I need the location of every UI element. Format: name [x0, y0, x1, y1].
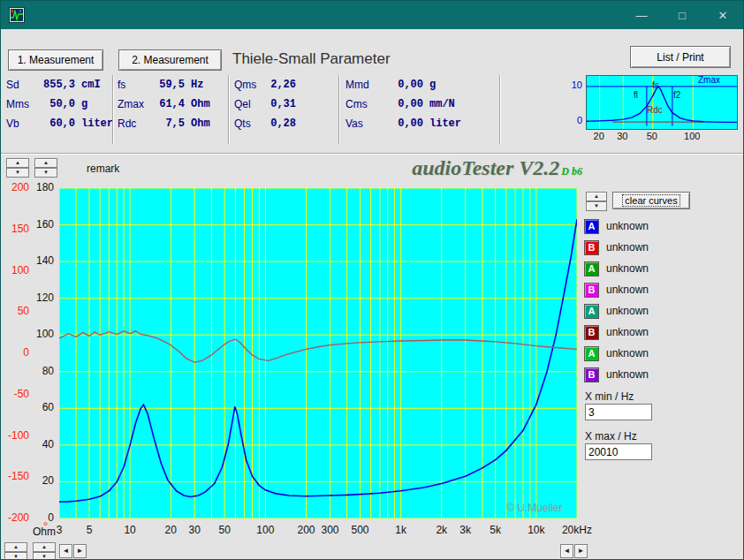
legend-item[interactable]: Aunknown — [584, 217, 649, 235]
rdc-label: Rdc — [647, 106, 663, 115]
close-icon[interactable]: ✕ — [702, 1, 743, 29]
scroll-right-icon[interactable]: ► — [73, 544, 87, 558]
scroll-left-icon[interactable]: ◄ — [59, 544, 72, 558]
x-axis-tick: 500 — [342, 524, 377, 536]
y-ohm-scale-spinner[interactable]: ▲ ▼ — [34, 158, 57, 176]
legend-item[interactable]: Aunknown — [584, 344, 649, 362]
legend-item[interactable]: Aunknown — [584, 260, 649, 277]
parameter-row: Mms50,0g — [6, 95, 113, 114]
parameter-value: 61,4 — [155, 98, 185, 110]
legend-item[interactable]: Aunknown — [584, 302, 649, 320]
divider — [228, 75, 230, 144]
x-scroll-right-icon[interactable]: ► — [574, 544, 588, 558]
mini-x-tick: 50 — [643, 131, 661, 141]
legend-label: unknown — [606, 262, 649, 275]
impedance-schematic-thumbnail: 10 0 Zmax fs fl f2 Rdc 203050100 — [566, 74, 743, 145]
parameter-unit: cmI — [81, 79, 101, 91]
parameter-value: 0,00 — [377, 117, 423, 130]
parameter-unit: Hz — [191, 79, 203, 91]
divider — [338, 75, 340, 144]
parameter-row: fs59,5Hz — [118, 75, 210, 95]
legend-label: unknown — [606, 241, 649, 254]
parameter-row: Qts0,28 — [234, 114, 302, 133]
legend-label: unknown — [606, 305, 649, 317]
x-axis-tick: 5k — [478, 524, 513, 536]
phase-axis-tick: -150 — [3, 470, 29, 483]
spin-down-icon[interactable]: ▼ — [6, 168, 29, 178]
spin-up-icon[interactable]: ▲ — [34, 158, 57, 168]
xmin-label: X min / Hz — [585, 390, 634, 403]
app-icon[interactable] — [9, 7, 25, 23]
x-axis-tick: 50 — [207, 524, 242, 536]
xmax-label: X max / Hz — [585, 430, 637, 443]
spin-up-icon[interactable]: ▲ — [4, 542, 27, 552]
x-axis-tick: 100 — [247, 524, 283, 536]
parameter-label: Qts — [234, 117, 264, 130]
y-phase-scale-spinner[interactable]: ▲ ▼ — [6, 158, 29, 176]
ohm-axis-tick: 40 — [31, 438, 54, 451]
bottom-left-spinner-2[interactable]: ▲ ▼ — [33, 542, 56, 558]
parameter-label: Qms — [234, 79, 264, 91]
legend-item[interactable]: Bunknown — [584, 323, 649, 341]
ohm-axis-tick: 140 — [31, 254, 54, 268]
clear-curves-label: clear curves — [623, 195, 679, 206]
spin-up-icon[interactable]: ▲ — [586, 192, 607, 201]
spin-up-icon[interactable]: ▲ — [33, 542, 56, 552]
legend-label: unknown — [606, 368, 649, 381]
app-logo: audioTester V2.2D b6 — [388, 156, 582, 180]
ohm-axis-tick: 20 — [31, 474, 54, 488]
mini-x-tick: 20 — [590, 131, 608, 141]
phase-axis-tick: 200 — [3, 181, 29, 194]
spin-down-icon[interactable]: ▼ — [586, 201, 607, 211]
phase-axis-tick: 50 — [3, 305, 29, 318]
phase-axis-tick: -200 — [3, 511, 29, 525]
minimize-icon[interactable]: — — [621, 1, 662, 29]
parameter-row: Rdc7,5Ohm — [118, 114, 210, 133]
divider — [1, 153, 744, 155]
mini-y-tick: 0 — [566, 115, 582, 125]
clear-curves-button[interactable]: clear curves — [612, 192, 690, 209]
parameter-row: Qms2,26 — [234, 75, 302, 95]
xmin-input[interactable] — [585, 404, 652, 420]
xmax-input[interactable] — [585, 443, 652, 460]
legend-item[interactable]: Bunknown — [584, 281, 649, 299]
curve-select-spinner[interactable]: ▲ ▼ — [586, 192, 607, 209]
parameter-group-mechanical: Sd855,3cmIMms50,0gVb60,0liter — [6, 75, 113, 133]
phase-axis-tick: -50 — [3, 388, 29, 401]
parameter-value: 60,0 — [40, 117, 75, 130]
curve-legend: AunknownBunknownAunknownBunknownAunknown… — [584, 217, 743, 394]
parameter-label: Vas — [345, 117, 377, 130]
parameter-value: 0,28 — [264, 117, 296, 130]
parameter-value: 2,26 — [264, 79, 296, 91]
maximize-icon[interactable]: □ — [662, 1, 702, 29]
parameter-value: 7,5 — [155, 117, 185, 130]
phase-axis-tick: 0 — [3, 346, 29, 359]
measurement-1-button[interactable]: 1. Measurement — [8, 49, 103, 71]
parameter-value: 50,0 — [40, 98, 75, 110]
bottom-left-spinner-1[interactable]: ▲ ▼ — [4, 542, 27, 558]
legend-color-swatch: B — [584, 240, 599, 255]
phase-axis-tick: 150 — [3, 223, 29, 236]
x-scroll-left-icon[interactable]: ◄ — [560, 544, 573, 558]
parameter-value: 0,00 — [377, 98, 423, 110]
legend-item[interactable]: Bunknown — [584, 238, 649, 256]
window-controls: — □ ✕ — [621, 1, 743, 29]
spin-up-icon[interactable]: ▲ — [6, 158, 29, 168]
parameter-label: Rdc — [118, 117, 155, 130]
spin-down-icon[interactable]: ▼ — [34, 168, 57, 178]
spin-down-icon[interactable]: ▼ — [4, 552, 27, 560]
ohm-axis-tick: 120 — [31, 291, 54, 305]
titlebar: — □ ✕ — [1, 1, 743, 29]
impedance-phase-chart[interactable] — [59, 188, 577, 518]
legend-color-swatch: B — [584, 283, 599, 298]
legend-label: unknown — [606, 347, 649, 359]
legend-color-swatch: A — [584, 261, 599, 276]
measurement-2-button[interactable]: 2. Measurement — [118, 49, 222, 71]
legend-item[interactable]: Bunknown — [584, 366, 649, 383]
ohm-axis-tick: 0 — [31, 511, 54, 525]
parameter-unit: liter — [81, 117, 113, 130]
parameter-row: Vas0,00liter — [345, 114, 461, 133]
list-print-button[interactable]: List / Print — [630, 46, 731, 68]
spin-down-icon[interactable]: ▼ — [33, 552, 56, 560]
ohm-axis-tick: 180 — [31, 181, 54, 194]
